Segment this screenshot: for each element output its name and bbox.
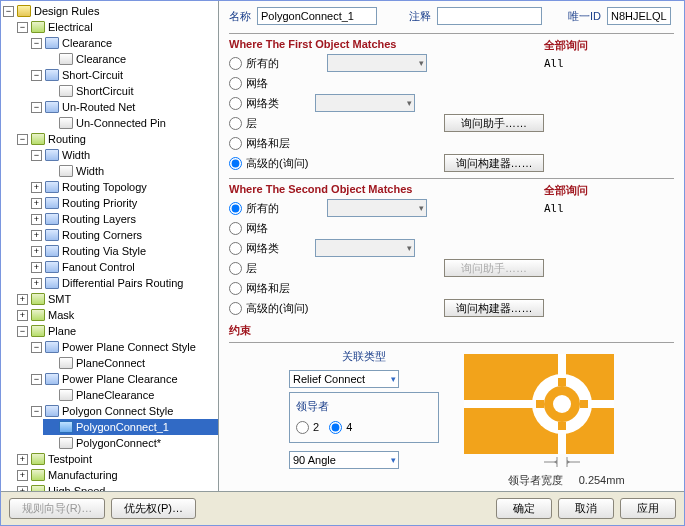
tree-smt[interactable]: +SMT xyxy=(15,291,218,307)
expand-icon[interactable]: + xyxy=(17,294,28,305)
match2-helper-button[interactable]: 询问助手…… xyxy=(444,259,544,277)
expand-icon[interactable]: + xyxy=(31,182,42,193)
tree-ppcs-group[interactable]: −Power Plane Connect Style xyxy=(29,339,218,355)
match1-netclass-radio[interactable] xyxy=(229,97,242,110)
uid-field xyxy=(607,7,671,25)
collapse-icon[interactable]: − xyxy=(31,150,42,161)
tree-ppc-rule[interactable]: PlaneClearance xyxy=(43,387,218,403)
tree-routing[interactable]: −Routing xyxy=(15,131,218,147)
radio-label: 层 xyxy=(246,261,257,276)
tree-diff[interactable]: +Differential Pairs Routing xyxy=(29,275,218,291)
tree-testpoint[interactable]: +Testpoint xyxy=(15,451,218,467)
collapse-icon[interactable]: − xyxy=(31,70,42,81)
apply-button[interactable]: 应用 xyxy=(620,498,676,519)
match1-combo2 xyxy=(315,94,415,112)
match1-builder-button[interactable]: 询问构建器…… xyxy=(444,154,544,172)
group-icon xyxy=(45,261,59,273)
collapse-icon[interactable]: − xyxy=(17,326,28,337)
rules-tree[interactable]: −Design Rules −Electrical −Clearance Cle… xyxy=(1,1,219,491)
match2-layer-radio[interactable] xyxy=(229,262,242,275)
cancel-button[interactable]: 取消 xyxy=(558,498,614,519)
tree-unrouted-group[interactable]: −Un-Routed Net xyxy=(29,99,218,115)
tree-short-rule[interactable]: ShortCircuit xyxy=(43,83,218,99)
tree-label: Routing Via Style xyxy=(62,245,146,257)
tree-plane[interactable]: −Plane xyxy=(15,323,218,339)
tree-unconnected-rule[interactable]: Un-Connected Pin xyxy=(43,115,218,131)
match1-helper-button[interactable]: 询问助手…… xyxy=(444,114,544,132)
collapse-icon[interactable]: − xyxy=(17,134,28,145)
tree-label: PolygonConnect_1 xyxy=(76,421,169,433)
tree-pcs-rule2[interactable]: PolygonConnect* xyxy=(43,435,218,451)
match2-advanced-radio[interactable] xyxy=(229,302,242,315)
match1-all-radio[interactable] xyxy=(229,57,242,70)
match1-netlayer-radio[interactable] xyxy=(229,137,242,150)
tree-width-group[interactable]: −Width xyxy=(29,147,218,163)
match2-query-value: All xyxy=(544,202,674,215)
group-icon xyxy=(45,277,59,289)
tree-mfg[interactable]: +Manufacturing xyxy=(15,467,218,483)
tree-electrical[interactable]: −Electrical xyxy=(15,19,218,35)
tree-pcs-group[interactable]: −Polygon Connect Style xyxy=(29,403,218,419)
match1-net-radio[interactable] xyxy=(229,77,242,90)
tree-hs[interactable]: +High Speed xyxy=(15,483,218,491)
expand-icon[interactable]: + xyxy=(17,454,28,465)
tree-fanout[interactable]: +Fanout Control xyxy=(29,259,218,275)
expand-icon[interactable]: + xyxy=(31,214,42,225)
tree-label: Power Plane Clearance xyxy=(62,373,178,385)
collapse-icon[interactable]: − xyxy=(31,374,42,385)
thermal-relief-preview xyxy=(459,349,619,469)
tree-routing-priority[interactable]: +Routing Priority xyxy=(29,195,218,211)
expand-icon[interactable]: + xyxy=(17,470,28,481)
tree-clearance-rule[interactable]: Clearance xyxy=(43,51,218,67)
svg-rect-6 xyxy=(558,354,566,376)
expand-icon[interactable]: + xyxy=(31,278,42,289)
tree-label: Clearance xyxy=(76,53,126,65)
collapse-icon[interactable]: − xyxy=(17,22,28,33)
expand-icon[interactable]: + xyxy=(31,246,42,257)
match1-layer-radio[interactable] xyxy=(229,117,242,130)
match1-advanced-radio[interactable] xyxy=(229,157,242,170)
select-value: 90 Angle xyxy=(293,454,336,466)
collapse-icon[interactable]: − xyxy=(31,342,42,353)
tree-ppc-group[interactable]: −Power Plane Clearance xyxy=(29,371,218,387)
uid-label: 唯一ID xyxy=(568,9,601,24)
expand-icon[interactable]: + xyxy=(31,230,42,241)
rule-icon xyxy=(59,165,73,177)
match1-section: Where The First Object Matches 所有的 网络 网络… xyxy=(229,33,674,172)
tree-clearance-group[interactable]: −Clearance xyxy=(29,35,218,51)
priority-button[interactable]: 优先权(P)… xyxy=(111,498,196,519)
conductors-4-radio[interactable] xyxy=(329,421,342,434)
tree-routing-layers[interactable]: +Routing Layers xyxy=(29,211,218,227)
collapse-icon[interactable]: − xyxy=(31,38,42,49)
angle-select[interactable]: 90 Angle xyxy=(289,451,399,469)
expand-icon[interactable]: + xyxy=(17,310,28,321)
rule-name-input[interactable] xyxy=(257,7,377,25)
tree-pcs-rule1[interactable]: PolygonConnect_1 xyxy=(43,419,218,435)
tree-root[interactable]: −Design Rules xyxy=(1,3,218,19)
group-icon xyxy=(45,181,59,193)
conductors-2-radio[interactable] xyxy=(296,421,309,434)
tree-routing-topology[interactable]: +Routing Topology xyxy=(29,179,218,195)
match2-netlayer-radio[interactable] xyxy=(229,282,242,295)
collapse-icon[interactable]: − xyxy=(31,102,42,113)
comment-input[interactable] xyxy=(437,7,542,25)
tree-routing-corners[interactable]: +Routing Corners xyxy=(29,227,218,243)
collapse-icon[interactable]: − xyxy=(3,6,14,17)
radio-label: 高级的(询问) xyxy=(246,156,308,171)
tree-ppcs-rule[interactable]: PlaneConnect xyxy=(43,355,218,371)
match2-netclass-radio[interactable] xyxy=(229,242,242,255)
tree-short-group[interactable]: −Short-Circuit xyxy=(29,67,218,83)
match2-builder-button[interactable]: 询问构建器…… xyxy=(444,299,544,317)
tree-width-rule[interactable]: Width xyxy=(43,163,218,179)
expand-icon[interactable]: + xyxy=(31,262,42,273)
tree-routing-via[interactable]: +Routing Via Style xyxy=(29,243,218,259)
match2-all-radio[interactable] xyxy=(229,202,242,215)
expand-icon[interactable]: + xyxy=(31,198,42,209)
collapse-icon[interactable]: − xyxy=(31,406,42,417)
ok-button[interactable]: 确定 xyxy=(496,498,552,519)
match1-query-label: 全部询问 xyxy=(544,38,674,53)
category-icon xyxy=(31,293,45,305)
connect-style-select[interactable]: Relief Connect xyxy=(289,370,399,388)
tree-mask[interactable]: +Mask xyxy=(15,307,218,323)
match2-net-radio[interactable] xyxy=(229,222,242,235)
